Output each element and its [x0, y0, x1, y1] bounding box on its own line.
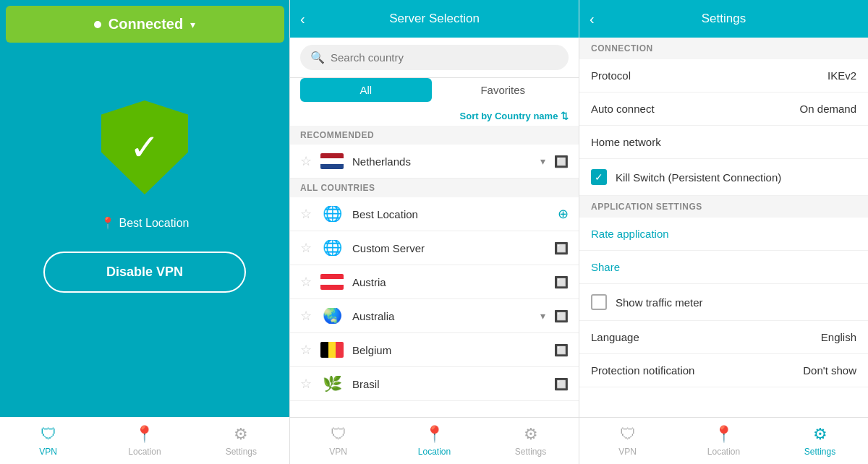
server-item-custom-server[interactable]: ☆ 🌐 Custom Server 🔲 — [290, 231, 579, 265]
right-nav-vpn-label: VPN — [618, 447, 637, 457]
action-icon-custom-server[interactable]: 🔲 — [554, 241, 569, 255]
autoconnect-value: On demand — [800, 103, 856, 115]
right-header: ‹ Settings — [579, 0, 868, 38]
search-bar: 🔍 — [290, 38, 579, 78]
action-icon-australia[interactable]: 🔲 — [554, 309, 569, 323]
star-icon-austria[interactable]: ☆ — [300, 274, 312, 290]
right-settings-icon: ⚙ — [813, 425, 827, 444]
right-bottom-nav: 🛡 VPN 📍 Location ⚙ Settings — [579, 417, 868, 464]
left-bottom-nav: 🛡 VPN 📍 Location ⚙ Settings — [0, 417, 289, 464]
star-icon-best-location[interactable]: ☆ — [300, 206, 312, 222]
action-icon-austria[interactable]: 🔲 — [554, 275, 569, 289]
right-nav-location-label: Location — [707, 447, 740, 457]
mid-nav-location[interactable]: 📍 Location — [386, 419, 482, 463]
action-icon-belgium[interactable]: 🔲 — [554, 343, 569, 357]
middle-bottom-nav: 🛡 VPN 📍 Location ⚙ Settings — [290, 417, 579, 464]
tabs-row: All Favorites — [290, 78, 579, 108]
right-nav-settings-label: Settings — [804, 447, 835, 457]
flag-best-location: 🌐 — [320, 206, 344, 222]
search-input[interactable] — [331, 51, 558, 64]
settings-row-share[interactable]: Share — [579, 251, 868, 284]
server-name-belgium: Belgium — [352, 344, 545, 356]
tab-favorites[interactable]: Favorites — [438, 78, 569, 102]
traffic-label: Show traffic meter — [616, 296, 703, 309]
server-item-brasil[interactable]: ☆ 🌿 Brasil 🔲 — [290, 367, 579, 401]
mid-location-icon: 📍 — [425, 425, 444, 444]
right-vpn-icon: 🛡 — [620, 425, 636, 444]
mid-nav-settings-label: Settings — [515, 447, 546, 457]
right-nav-settings[interactable]: ⚙ Settings — [772, 419, 868, 463]
flag-netherlands — [320, 153, 344, 169]
location-pin-icon: 📍 — [101, 216, 115, 230]
action-icon-netherlands[interactable]: 🔲 — [554, 155, 569, 168]
server-name-australia: Australia — [352, 310, 532, 322]
flag-austria — [320, 274, 344, 290]
star-icon-belgium[interactable]: ☆ — [300, 342, 312, 358]
settings-row-autoconnect: Auto connect On demand — [579, 93, 868, 126]
tab-all[interactable]: All — [300, 78, 432, 102]
server-item-australia[interactable]: ☆ 🌏 Australia ▾ 🔲 — [290, 299, 579, 333]
sort-row: Sort by Country name ⇅ — [290, 108, 579, 126]
all-countries-section-header: ALL COUNTRIES — [290, 179, 579, 197]
expand-icon-netherlands[interactable]: ▾ — [540, 155, 545, 167]
settings-row-language: Language English — [579, 321, 868, 354]
mid-nav-location-label: Location — [418, 447, 451, 457]
mid-settings-icon: ⚙ — [524, 425, 538, 444]
right-nav-location[interactable]: 📍 Location — [676, 419, 772, 463]
settings-row-rate[interactable]: Rate application — [579, 218, 868, 251]
connected-button[interactable]: Connected ▾ — [6, 6, 284, 43]
star-icon-australia[interactable]: ☆ — [300, 308, 312, 324]
right-header-title: Settings — [702, 12, 746, 26]
traffic-checkbox[interactable] — [591, 294, 607, 310]
right-nav-vpn[interactable]: 🛡 VPN — [579, 419, 676, 463]
flag-brasil: 🌿 — [320, 376, 344, 392]
checkmark-icon: ✓ — [129, 129, 160, 166]
server-item-netherlands[interactable]: ☆ Netherlands ▾ 🔲 — [290, 145, 579, 179]
location-icon: 📍 — [135, 425, 154, 444]
expand-icon-australia[interactable]: ▾ — [540, 310, 545, 322]
left-nav-location[interactable]: 📍 Location — [96, 419, 192, 463]
server-name-custom-server: Custom Server — [352, 242, 545, 254]
settings-row-killswitch[interactable]: ✓ Kill Switch (Persistent Connection) — [579, 159, 868, 196]
middle-header-title: Server Selection — [389, 12, 480, 26]
server-item-best-location[interactable]: ☆ 🌐 Best Location ⊕ — [290, 197, 579, 231]
sort-value[interactable]: Country name — [495, 111, 558, 121]
star-icon-custom-server[interactable]: ☆ — [300, 240, 312, 256]
left-nav-vpn[interactable]: 🛡 VPN — [0, 419, 96, 463]
autoconnect-label: Auto connect — [591, 103, 655, 115]
best-location-label: 📍 Best Location — [101, 216, 190, 230]
vpn-shield-icon: 🛡 — [41, 425, 56, 444]
mid-nav-vpn[interactable]: 🛡 VPN — [290, 419, 386, 463]
disable-vpn-button[interactable]: Disable VPN — [43, 252, 246, 293]
middle-panel: ‹ Server Selection 🔍 All Favorites Sort … — [289, 0, 579, 464]
middle-back-button[interactable]: ‹ — [300, 11, 305, 27]
recommended-section-header: RECOMMENDED — [290, 126, 579, 145]
killswitch-checkbox[interactable]: ✓ — [591, 169, 607, 185]
mid-vpn-icon: 🛡 — [331, 425, 346, 444]
server-item-austria[interactable]: ☆ Austria 🔲 — [290, 265, 579, 299]
action-icon-brasil[interactable]: 🔲 — [554, 377, 569, 391]
flag-custom-server: 🌐 — [320, 240, 344, 256]
left-nav-settings[interactable]: ⚙ Settings — [193, 419, 289, 463]
server-list: RECOMMENDED ☆ Netherlands ▾ 🔲 ALL COUNTR… — [290, 126, 579, 417]
app-settings-section-header: APPLICATION SETTINGS — [579, 196, 868, 218]
protocol-value: IKEv2 — [827, 69, 856, 82]
server-name-brasil: Brasil — [352, 378, 545, 390]
rate-application-link[interactable]: Rate application — [591, 228, 669, 240]
language-label: Language — [591, 331, 639, 343]
flag-belgium — [320, 342, 344, 358]
connect-icon-best-location[interactable]: ⊕ — [558, 206, 569, 222]
protection-notification-label: Protection notification — [591, 364, 694, 377]
settings-row-homenetwork: Home network — [579, 126, 868, 159]
server-name-best-location: Best Location — [352, 208, 549, 220]
right-back-button[interactable]: ‹ — [590, 11, 595, 27]
mid-nav-settings[interactable]: ⚙ Settings — [482, 419, 579, 463]
settings-row-protocol: Protocol IKEv2 — [579, 59, 868, 93]
homenetwork-label: Home network — [591, 136, 661, 148]
star-icon-brasil[interactable]: ☆ — [300, 376, 312, 392]
star-icon-netherlands[interactable]: ☆ — [300, 153, 312, 169]
left-nav-location-label: Location — [128, 447, 161, 457]
server-item-belgium[interactable]: ☆ Belgium 🔲 — [290, 333, 579, 367]
settings-row-traffic[interactable]: Show traffic meter — [579, 284, 868, 321]
share-link[interactable]: Share — [591, 261, 620, 273]
